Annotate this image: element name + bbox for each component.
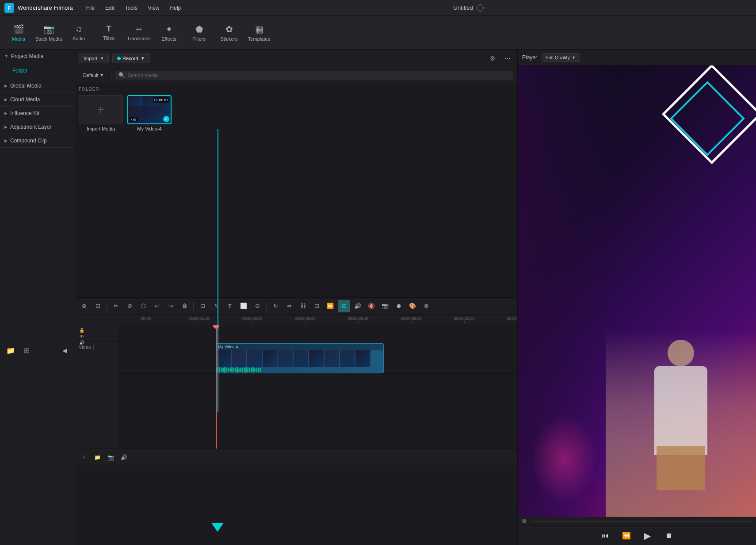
play-button[interactable]: ▶ <box>641 530 654 542</box>
tl-sep-1 <box>107 302 107 311</box>
tl-motion-btn[interactable]: ⊞ <box>338 300 350 312</box>
timeline-content: + 🔒 👁 🔊 Video 1 <box>75 325 517 449</box>
scrubber-track[interactable] <box>530 521 752 522</box>
tl-trim-btn[interactable]: ⬡ <box>137 300 149 312</box>
tl-speed-btn[interactable]: ⏩ <box>324 300 336 312</box>
stop-button[interactable]: ⏹ <box>663 530 675 542</box>
tl-delete-btn[interactable]: 🗑 <box>178 300 191 312</box>
chevron-right-icon-5: ▶ <box>4 138 8 143</box>
toolbar-transitions-label: Transitions <box>127 36 150 41</box>
tl-effects-tl-btn[interactable]: ⊛ <box>420 300 432 312</box>
tl-sep-2 <box>193 302 194 311</box>
quality-select[interactable]: Full Quality ▼ <box>542 53 580 62</box>
menu-view[interactable]: View <box>144 3 164 13</box>
tl-bottom-folder-icon[interactable]: 📁 <box>92 452 103 463</box>
filter-settings-icon[interactable]: ⚙ <box>486 52 499 65</box>
ff7 <box>309 350 324 367</box>
menu-tools[interactable]: Tools <box>121 3 142 13</box>
tl-transform-btn[interactable]: ↖ <box>210 300 222 312</box>
info-icon[interactable]: i <box>477 4 484 12</box>
wb23 <box>256 368 257 372</box>
tl-video-add-icon[interactable]: + <box>79 325 85 327</box>
toolbar-filters[interactable]: ⬟ Filters <box>185 19 213 47</box>
record-button[interactable]: Record ▼ <box>112 54 149 63</box>
sidebar-section-header-cloud-media[interactable]: ▶ Cloud Media <box>0 93 75 106</box>
tl-record-tl-btn[interactable]: ⏺ <box>393 300 405 312</box>
tl-crop-btn[interactable]: ⊡ <box>196 300 209 312</box>
toolbar-stock-media[interactable]: 📷 Stock Media <box>34 19 63 47</box>
toolbar-media[interactable]: 🎬 Media <box>4 19 33 47</box>
sidebar-section-header-compound-clip[interactable]: ▶ Compound Clip <box>0 134 75 147</box>
media-item-video1[interactable]: 0:00:10 ✓ ▪ ▤ My Video-4 <box>127 95 172 131</box>
tl-video-lock-icon[interactable]: 🔒 <box>79 327 85 334</box>
toolbar-titles[interactable]: T Titles <box>95 19 123 47</box>
import-thumb[interactable]: + <box>79 95 123 124</box>
sidebar-section-label-compound-clip: Compound Clip <box>10 138 47 144</box>
app-name: Wondershare Filmora <box>18 4 73 11</box>
sidebar-collapse-icon[interactable]: ◀ <box>58 344 71 357</box>
preview-scrubber[interactable] <box>518 517 756 526</box>
tl-flip-btn[interactable]: ⇔ <box>283 300 295 312</box>
media-toolbar: Import ▼ Record ▼ ⚙ ⋯ <box>75 50 517 67</box>
tl-color-btn[interactable]: 🎨 <box>406 300 419 312</box>
prev-frame-button[interactable]: ⏮ <box>599 530 611 542</box>
wb25 <box>260 368 261 372</box>
tl-add-track-btn[interactable]: ⊕ <box>78 300 90 312</box>
ff1 <box>216 350 231 367</box>
menu-file[interactable]: File <box>82 3 99 13</box>
tl-rotate-btn[interactable]: ↻ <box>269 300 282 312</box>
toolbar-media-label: Media <box>12 36 25 42</box>
step-back-button[interactable]: ⏪ <box>620 530 633 542</box>
tl-text-btn[interactable]: T <box>224 300 236 312</box>
preview-controls: ⏮ ⏪ ▶ ⏹ <box>518 526 756 545</box>
toolbar-effects[interactable]: ✦ Effects <box>155 19 183 47</box>
tl-bottom-camera-icon[interactable]: 📷 <box>105 452 116 463</box>
sidebar-section-header-project-media[interactable]: ▼ Project Media <box>0 50 75 63</box>
menu-edit[interactable]: Edit <box>101 3 119 13</box>
sidebar-section-header-influence-kit[interactable]: ▶ Influence Kit <box>0 107 75 120</box>
tl-mute-btn[interactable]: 🔇 <box>365 300 378 312</box>
import-media-item[interactable]: + Import Media <box>79 95 123 131</box>
more-options-icon[interactable]: ⋯ <box>501 52 514 65</box>
tl-sound-btn[interactable]: 🔊 <box>351 300 364 312</box>
toolbar-titles-label: Titles <box>103 35 115 41</box>
center-panel: Import ▼ Record ▼ ⚙ ⋯ Default ▼ <box>75 50 517 545</box>
sidebar-section-header-adjustment-layer[interactable]: ▶ Adjustment Layer <box>0 120 75 134</box>
tl-link-btn[interactable]: ⛓ <box>297 300 309 312</box>
tl-snap-btn[interactable]: ⊡ <box>310 300 323 312</box>
tl-track-btn[interactable]: ⊡ <box>92 300 104 312</box>
tl-undo-btn[interactable]: ↩ <box>151 300 163 312</box>
tl-rect-btn[interactable]: ⬜ <box>237 300 250 312</box>
sidebar-section-compound-clip: ▶ Compound Clip <box>0 134 75 148</box>
tl-bottom-add-icon[interactable]: + <box>79 452 89 463</box>
import-button[interactable]: Import ▼ <box>79 54 109 63</box>
tl-split-btn[interactable]: ⊘ <box>123 300 136 312</box>
menu-help[interactable]: Help <box>166 3 186 13</box>
tl-header-video1: + 🔒 👁 🔊 <box>75 325 119 342</box>
sidebar-section-header-global-media[interactable]: ▶ Global Media <box>0 79 75 92</box>
window-title-area: Untitled i <box>185 4 752 12</box>
tl-video-eye-icon[interactable]: 👁 <box>79 334 85 340</box>
video-clip-1[interactable]: My Video-4 <box>216 343 384 373</box>
default-dropdown-button[interactable]: Default ▼ <box>80 71 107 79</box>
sidebar-grid-icon[interactable]: ⊞ <box>20 344 33 357</box>
tl-cut-btn[interactable]: ✂ <box>110 300 122 312</box>
import-chevron-icon: ▼ <box>100 56 104 61</box>
tl-group-btn[interactable]: ⊝ <box>251 300 263 312</box>
toolbar-filters-label: Filters <box>192 36 206 42</box>
toolbar-transitions[interactable]: ↔ Transitions <box>125 19 153 47</box>
timeline-playhead <box>216 325 217 449</box>
sidebar-item-folder[interactable]: Folder <box>3 65 72 77</box>
toolbar-stickers[interactable]: ✿ Stickers <box>215 19 243 47</box>
tl-redo-btn[interactable]: ↪ <box>164 300 177 312</box>
preview-glow <box>531 415 597 503</box>
tl-camera-btn[interactable]: 📷 <box>379 300 391 312</box>
media-thumb-video1[interactable]: 0:00:10 ✓ ▪ ▤ <box>127 95 172 124</box>
sidebar-folder-icon[interactable]: 📁 <box>4 344 17 357</box>
search-input[interactable] <box>128 73 509 78</box>
tl-bottom-speaker-icon[interactable]: 🔊 <box>118 452 129 463</box>
toolbar-templates[interactable]: ▦ Templates <box>245 19 273 47</box>
sidebar-section-global-media: ▶ Global Media <box>0 79 75 93</box>
app-icon: F <box>4 3 14 13</box>
toolbar-audio[interactable]: ♫ Audio <box>65 19 93 47</box>
